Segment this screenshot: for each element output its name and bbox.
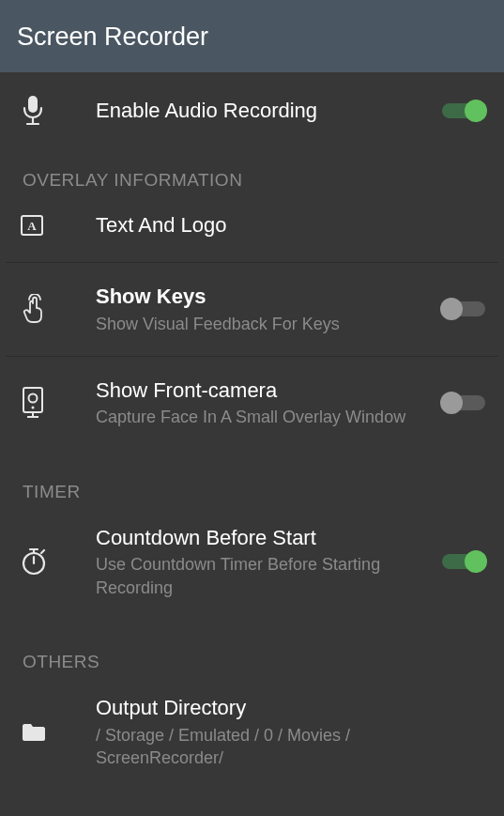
- front-camera-sub: Capture Face In A Small Overlay Window: [96, 406, 431, 428]
- front-camera-toggle[interactable]: [442, 395, 485, 410]
- show-keys-sub: Show Visual Feedback For Keys: [96, 313, 431, 335]
- front-camera-icon: [21, 387, 68, 419]
- enable-audio-toggle[interactable]: [442, 103, 485, 118]
- section-timer: TIMER: [0, 454, 504, 508]
- app-title: Screen Recorder: [17, 23, 487, 52]
- text-and-logo-label: Text And Logo: [96, 212, 474, 239]
- svg-rect-0: [28, 96, 38, 113]
- show-keys-label: Show Keys: [96, 284, 431, 311]
- text-logo-icon: A: [21, 215, 68, 236]
- section-overlay-information: OVERLAY INFORMATION: [0, 149, 504, 196]
- row-countdown[interactable]: Countdown Before Start Use Countdown Tim…: [0, 508, 504, 620]
- front-camera-label: Show Front-camera: [96, 377, 431, 405]
- countdown-sub: Use Countdown Timer Before Starting Reco…: [96, 553, 431, 599]
- countdown-toggle[interactable]: [442, 554, 485, 569]
- section-others: OTHERS: [0, 620, 504, 678]
- svg-line-14: [41, 550, 44, 553]
- row-enable-audio[interactable]: Enable Audio Recording: [0, 72, 504, 149]
- app-header: Screen Recorder: [0, 4, 504, 72]
- touch-icon: [21, 294, 68, 324]
- folder-icon: [21, 722, 68, 743]
- svg-point-6: [29, 394, 38, 403]
- row-show-keys[interactable]: Show Keys Show Visual Feedback For Keys: [0, 263, 504, 356]
- microphone-icon: [21, 95, 68, 127]
- row-output-directory[interactable]: Output Directory / Storage / Emulated / …: [0, 678, 504, 790]
- svg-point-7: [32, 407, 35, 409]
- timer-icon: [21, 547, 68, 576]
- settings-list: Enable Audio Recording OVERLAY INFORMATI…: [0, 72, 504, 790]
- row-front-camera[interactable]: Show Front-camera Capture Face In A Smal…: [0, 357, 504, 454]
- output-directory-sub: / Storage / Emulated / 0 / Movies / Scre…: [96, 724, 474, 770]
- show-keys-toggle[interactable]: [442, 301, 485, 316]
- row-text-and-logo[interactable]: A Text And Logo: [0, 196, 504, 262]
- enable-audio-label: Enable Audio Recording: [96, 98, 431, 125]
- output-directory-label: Output Directory: [96, 695, 474, 722]
- countdown-label: Countdown Before Start: [96, 525, 431, 552]
- svg-text:A: A: [27, 219, 37, 233]
